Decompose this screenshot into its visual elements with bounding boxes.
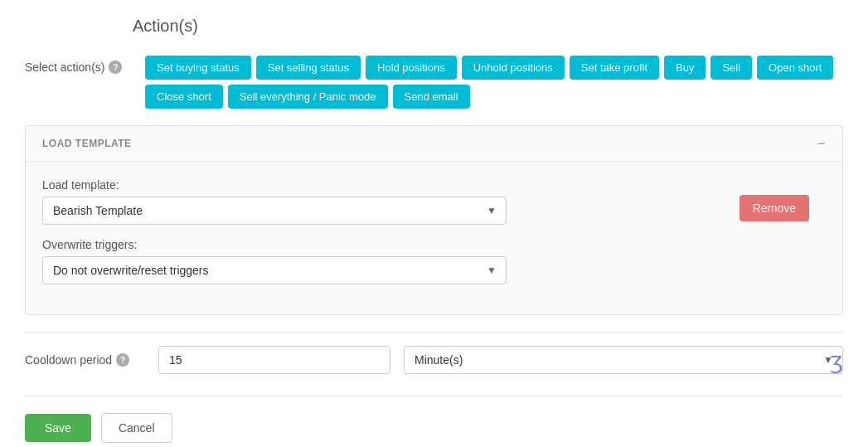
load-template-body: Remove Load template: Bearish Template B… bbox=[26, 162, 842, 314]
cooldown-help-icon[interactable]: ? bbox=[116, 353, 129, 367]
overwrite-triggers-label: Overwrite triggers: bbox=[42, 238, 826, 251]
curl-decoration-icon: ʒ bbox=[830, 347, 843, 374]
overwrite-triggers-select-wrapper: Do not overwrite/reset triggers Overwrit… bbox=[42, 256, 507, 284]
send-email-button[interactable]: Send email bbox=[393, 85, 470, 109]
cooldown-unit-wrapper: Minute(s) Hour(s) Day(s) ▼ ʒ bbox=[404, 346, 843, 374]
load-template-section: LOAD TEMPLATE − Remove Load template: Be… bbox=[25, 125, 843, 315]
load-template-select[interactable]: Bearish Template Bullish Template Neutra… bbox=[42, 197, 507, 225]
overwrite-triggers-select[interactable]: Do not overwrite/reset triggers Overwrit… bbox=[42, 256, 507, 284]
actions-buttons-container: Set buying status Set selling status Hol… bbox=[145, 56, 843, 109]
cooldown-label: Cooldown period ? bbox=[25, 353, 145, 367]
set-take-profit-button[interactable]: Set take profit bbox=[570, 56, 659, 80]
load-template-header: LOAD TEMPLATE − bbox=[26, 126, 842, 162]
overwrite-triggers-form-row: Overwrite triggers: Do not overwrite/res… bbox=[42, 238, 826, 284]
load-template-form-label: Load template: bbox=[42, 178, 826, 192]
actions-row: Select action(s) ? Set buying status Set… bbox=[25, 56, 843, 109]
sell-button[interactable]: Sell bbox=[710, 56, 752, 80]
actions-label-text: Select action(s) bbox=[25, 61, 104, 74]
set-selling-status-button[interactable]: Set selling status bbox=[256, 56, 361, 80]
save-button[interactable]: Save bbox=[25, 414, 91, 442]
cooldown-label-text: Cooldown period bbox=[25, 353, 112, 367]
close-short-button[interactable]: Close short bbox=[145, 85, 223, 109]
hold-positions-button[interactable]: Hold positions bbox=[366, 56, 457, 80]
load-template-select-wrapper: Bearish Template Bullish Template Neutra… bbox=[42, 197, 507, 225]
buy-button[interactable]: Buy bbox=[664, 56, 706, 80]
cooldown-row: Cooldown period ? Minute(s) Hour(s) Day(… bbox=[25, 332, 843, 387]
unhold-positions-button[interactable]: Unhold positions bbox=[462, 56, 565, 80]
open-short-button[interactable]: Open short bbox=[757, 56, 833, 80]
load-template-form-row: Load template: Bearish Template Bullish … bbox=[42, 178, 826, 225]
cooldown-unit-select[interactable]: Minute(s) Hour(s) Day(s) bbox=[404, 346, 843, 374]
cancel-button[interactable]: Cancel bbox=[101, 413, 172, 443]
cooldown-input[interactable] bbox=[158, 346, 390, 374]
page-title: Action(s) bbox=[25, 17, 843, 36]
load-template-title: LOAD TEMPLATE bbox=[42, 138, 132, 149]
footer-row: Save Cancel bbox=[25, 396, 843, 447]
sell-everything-button[interactable]: Sell everything / Panic mode bbox=[228, 85, 388, 109]
actions-help-icon[interactable]: ? bbox=[109, 61, 122, 74]
load-template-body-inner: Remove Load template: Bearish Template B… bbox=[42, 178, 826, 284]
remove-button[interactable]: Remove bbox=[739, 195, 809, 221]
actions-label: Select action(s) ? bbox=[25, 56, 145, 74]
collapse-button[interactable]: − bbox=[817, 136, 826, 151]
set-buying-status-button[interactable]: Set buying status bbox=[145, 56, 251, 80]
